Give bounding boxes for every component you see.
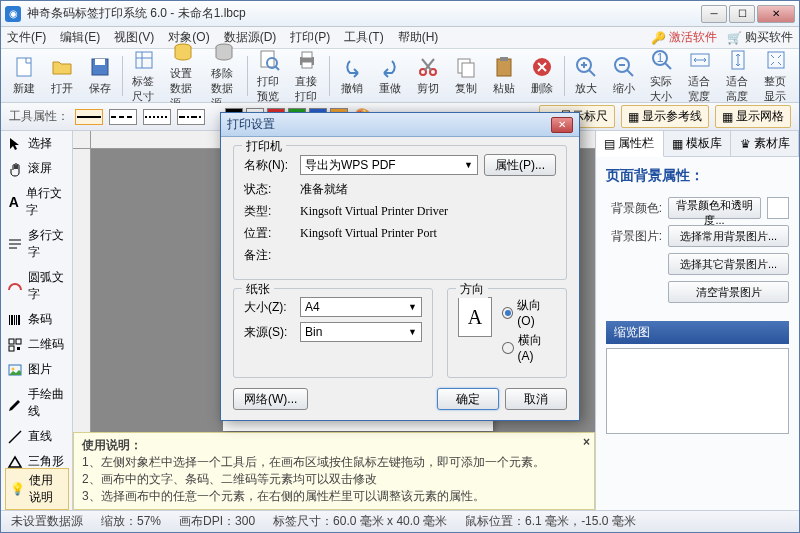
tool-text[interactable]: A单行文字 bbox=[1, 181, 72, 223]
buy-link[interactable]: 🛒购买软件 bbox=[727, 29, 793, 46]
menu-2[interactable]: 视图(V) bbox=[114, 29, 154, 46]
orientation-preview-icon: A bbox=[458, 297, 492, 337]
toolbar-undo[interactable]: 撤销 bbox=[333, 52, 371, 99]
menu-5[interactable]: 打印(P) bbox=[290, 29, 330, 46]
tool-barcode[interactable]: 条码 bbox=[1, 307, 72, 332]
print-settings-dialog: 打印设置 ✕ 打印机 名称(N): 导出为WPS PDF▼ 属性(P)... 状… bbox=[220, 112, 580, 421]
line-dashdot[interactable] bbox=[177, 109, 205, 125]
tool-pointer[interactable]: 选择 bbox=[1, 131, 72, 156]
line-dot[interactable] bbox=[143, 109, 171, 125]
toolbar-fitw[interactable]: 适合宽度 bbox=[681, 45, 719, 107]
menu-1[interactable]: 编辑(E) bbox=[60, 29, 100, 46]
tool-line[interactable]: 直线 bbox=[1, 424, 72, 449]
redo-icon bbox=[378, 55, 402, 79]
menu-7[interactable]: 帮助(H) bbox=[398, 29, 439, 46]
maximize-button[interactable]: ☐ bbox=[729, 5, 755, 23]
toolbar-open[interactable]: 打开 bbox=[43, 52, 81, 99]
tool-pencil[interactable]: 手绘曲线 bbox=[1, 382, 72, 424]
app-icon: ◉ bbox=[5, 6, 21, 22]
text-icon: A bbox=[7, 194, 21, 210]
chevron-down-icon: ▼ bbox=[408, 327, 417, 337]
line-dash[interactable] bbox=[109, 109, 137, 125]
svg-rect-16 bbox=[497, 59, 511, 76]
tab-1[interactable]: ▦模板库 bbox=[664, 131, 732, 156]
tab-2[interactable]: ♛素材库 bbox=[731, 131, 799, 156]
toolbar-zoom1[interactable]: 1实际大小 bbox=[643, 45, 681, 107]
menu-0[interactable]: 文件(F) bbox=[7, 29, 46, 46]
tool-mtext[interactable]: 多行文字 bbox=[1, 223, 72, 265]
app-window: ◉ 神奇条码标签打印系统 6.0 - 未命名1.lbcp ─ ☐ ✕ 文件(F)… bbox=[0, 0, 800, 533]
zoomout-icon bbox=[612, 55, 636, 79]
svg-rect-44 bbox=[16, 315, 17, 325]
bg-color-swatch[interactable] bbox=[767, 197, 789, 219]
toolbar-zoomin[interactable]: 放大 bbox=[567, 52, 605, 99]
toolbar-fitpage[interactable]: 整页显示 bbox=[757, 45, 795, 107]
bg-btn-1[interactable]: 选择常用背景图片... bbox=[668, 225, 789, 247]
toolbar-size[interactable]: 标签尺寸 bbox=[125, 45, 163, 107]
bg-btn-2[interactable]: 选择其它背景图片... bbox=[668, 253, 789, 275]
toolbar-delete[interactable]: 删除 bbox=[523, 52, 561, 99]
toolbar-paste[interactable]: 粘贴 bbox=[485, 52, 523, 99]
tab-0[interactable]: ▤属性栏 bbox=[596, 131, 664, 157]
remove-ds-icon bbox=[212, 40, 236, 64]
toolbar-print[interactable]: 直接打印 bbox=[288, 45, 326, 107]
status-datasource: 未设置数据源 bbox=[11, 513, 83, 530]
svg-rect-49 bbox=[17, 347, 20, 350]
printer-fieldset: 打印机 名称(N): 导出为WPS PDF▼ 属性(P)... 状态:准备就绪 … bbox=[233, 145, 567, 280]
svg-line-8 bbox=[275, 66, 279, 70]
toolbar-preview[interactable]: 打印预览 bbox=[250, 45, 288, 107]
bg-btn-0[interactable]: 背景颜色和透明度... bbox=[668, 197, 761, 219]
svg-rect-48 bbox=[9, 346, 14, 351]
svg-rect-42 bbox=[11, 315, 13, 325]
hints-tab[interactable]: 💡使用说明 bbox=[5, 468, 69, 510]
minimize-button[interactable]: ─ bbox=[701, 5, 727, 23]
line-solid[interactable] bbox=[75, 109, 103, 125]
svg-rect-0 bbox=[17, 58, 31, 76]
zoomin-icon bbox=[574, 55, 598, 79]
toolbar-zoomout[interactable]: 缩小 bbox=[605, 52, 643, 99]
printer-properties-button[interactable]: 属性(P)... bbox=[484, 154, 556, 176]
cancel-button[interactable]: 取消 bbox=[505, 388, 567, 410]
activate-link[interactable]: 🔑激活软件 bbox=[651, 29, 717, 46]
toolbar-redo[interactable]: 重做 bbox=[371, 52, 409, 99]
printer-name-select[interactable]: 导出为WPS PDF▼ bbox=[300, 155, 478, 175]
status-mouse: 鼠标位置：6.1 毫米，-15.0 毫米 bbox=[465, 513, 636, 530]
portrait-radio[interactable]: 纵向(O) bbox=[502, 297, 556, 328]
toggle-guides[interactable]: ▦显示参考线 bbox=[621, 105, 709, 128]
dialog-titlebar[interactable]: 打印设置 ✕ bbox=[221, 113, 579, 137]
toolbar-save[interactable]: 保存 bbox=[81, 52, 119, 99]
main-toolbar: 新建打开保存标签尺寸设置数据源移除数据源打印预览直接打印撤销重做剪切复制粘贴删除… bbox=[1, 49, 799, 103]
toolbar-copy[interactable]: 复制 bbox=[447, 52, 485, 99]
cart-icon: 🛒 bbox=[727, 31, 742, 45]
tool-arctext[interactable]: 圆弧文字 bbox=[1, 265, 72, 307]
dialog-close-button[interactable]: ✕ bbox=[551, 117, 573, 133]
toolbar-file[interactable]: 新建 bbox=[5, 52, 43, 99]
bg-btn-3[interactable]: 清空背景图片 bbox=[668, 281, 789, 303]
datasource-icon bbox=[171, 40, 195, 64]
menu-6[interactable]: 工具(T) bbox=[344, 29, 383, 46]
open-icon bbox=[50, 55, 74, 79]
tool-hand[interactable]: 滚屏 bbox=[1, 156, 72, 181]
network-button[interactable]: 网络(W)... bbox=[233, 388, 308, 410]
grid-icon: ▦ bbox=[722, 110, 733, 124]
tool-image[interactable]: 图片 bbox=[1, 357, 72, 382]
landscape-radio[interactable]: 横向(A) bbox=[502, 332, 556, 363]
chevron-down-icon: ▼ bbox=[464, 160, 473, 170]
svg-rect-11 bbox=[302, 62, 312, 68]
cut-icon bbox=[416, 55, 440, 79]
svg-rect-3 bbox=[136, 52, 152, 68]
tool-qr[interactable]: 二维码 bbox=[1, 332, 72, 357]
paper-size-select[interactable]: A4▼ bbox=[300, 297, 422, 317]
ok-button[interactable]: 确定 bbox=[437, 388, 499, 410]
toolbar-cut[interactable]: 剪切 bbox=[409, 52, 447, 99]
svg-rect-45 bbox=[18, 315, 20, 325]
hand-icon bbox=[7, 161, 23, 177]
hints-panel: × 使用说明： 1、左侧对象栏中选择一个工具后，在画布区域按住鼠标左键拖动，即可… bbox=[73, 432, 595, 510]
toolbar-fith[interactable]: 适合高度 bbox=[719, 45, 757, 107]
hints-close[interactable]: × bbox=[583, 435, 590, 449]
close-button[interactable]: ✕ bbox=[757, 5, 795, 23]
bulb-icon: 💡 bbox=[10, 482, 25, 496]
tool-props-label: 工具属性： bbox=[9, 108, 69, 125]
toggle-grid[interactable]: ▦显示网格 bbox=[715, 105, 791, 128]
paper-source-select[interactable]: Bin▼ bbox=[300, 322, 422, 342]
